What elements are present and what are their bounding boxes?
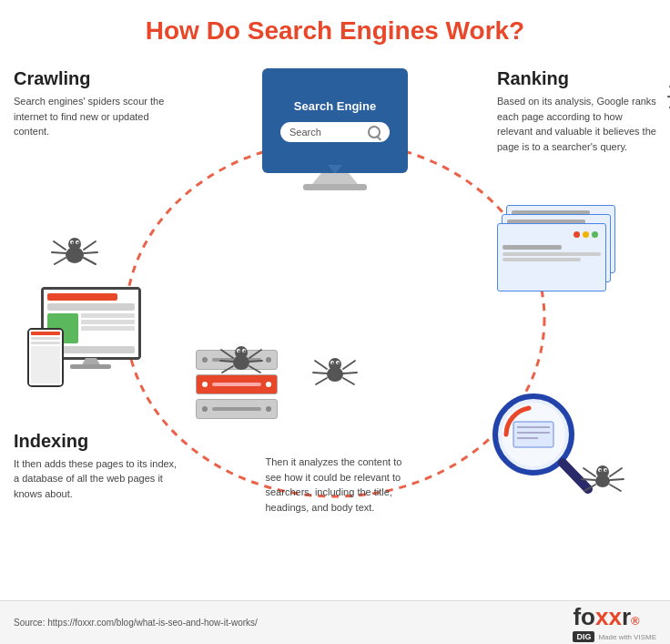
svg-line-35 (249, 361, 262, 362)
svg-line-66 (610, 479, 624, 480)
svg-line-21 (55, 258, 66, 264)
svg-point-60 (600, 470, 602, 472)
spider-top-svg (665, 73, 670, 123)
footer-logo: fo xx r ® DIG Made with VISME (573, 603, 656, 642)
title-highlight: Search Engines (248, 16, 439, 45)
indexing-heading: Indexing (14, 431, 182, 452)
screen-col-lines (81, 313, 135, 343)
page-dots (574, 231, 598, 238)
crawling-section: Crawling Search engines' spiders scour t… (14, 68, 173, 139)
svg-line-32 (220, 361, 233, 362)
spider-right (581, 457, 624, 501)
monitor-container: Search Engine Search (262, 68, 408, 190)
spider-server (218, 338, 264, 383)
page-title: How Do Search Engines Work? (0, 0, 670, 46)
spider-bottom-svg (311, 349, 359, 393)
rack-bar-2 (212, 383, 261, 386)
screen-line-1 (47, 293, 117, 301)
svg-line-62 (584, 468, 595, 476)
svg-line-67 (610, 485, 621, 491)
svg-line-64 (584, 485, 595, 491)
ranking-heading: Ranking (497, 68, 656, 89)
rack-bar-3 (212, 407, 261, 411)
magnifier-illustration (479, 387, 597, 496)
svg-line-36 (249, 366, 260, 373)
svg-point-17 (72, 242, 74, 244)
svg-line-19 (54, 241, 66, 250)
spider-server-svg (218, 338, 264, 379)
svg-line-20 (52, 252, 66, 253)
svg-point-29 (239, 351, 240, 353)
spider-bottom (311, 349, 359, 396)
phone-screen (29, 330, 62, 385)
search-icon (368, 126, 381, 138)
svg-point-41 (332, 363, 334, 364)
page-item-1 (497, 223, 606, 291)
infographic: How Do Search Engines Work? Search Engin… (0, 0, 670, 644)
search-engine-monitor: Search Engine Search (262, 68, 408, 173)
phone-line-1 (31, 332, 60, 335)
logo-container: fo xx r ® DIG Made with VISME (573, 603, 656, 642)
ranking-section: Ranking Based on its analysis, Google ra… (497, 68, 656, 154)
content-area: Search Engine Search (0, 50, 670, 606)
title-prefix: How Do (146, 16, 248, 45)
svg-line-44 (313, 373, 327, 373)
svg-point-30 (244, 351, 246, 353)
svg-line-46 (343, 361, 355, 369)
source-label: Source: (14, 618, 45, 628)
svg-point-42 (338, 363, 340, 364)
svg-point-18 (77, 242, 79, 244)
rack-dot (202, 357, 208, 363)
logo-reg: ® (631, 614, 640, 628)
source-url: https://foxxr.com/blog/what-is-seo-and-h… (47, 618, 258, 628)
svg-line-34 (249, 350, 261, 358)
spider-crawl (50, 228, 100, 277)
svg-line-47 (343, 373, 357, 373)
svg-point-57 (596, 465, 609, 478)
ranking-text: Based on its analysis, Google ranks each… (497, 94, 656, 154)
phone-line-2 (31, 337, 60, 340)
svg-line-24 (84, 258, 96, 264)
device-base (70, 364, 111, 369)
svg-line-22 (84, 241, 96, 250)
magnifier-svg (479, 387, 597, 496)
logo-r: r (622, 603, 631, 631)
mini-line-1 (81, 313, 135, 318)
analysis-text: Then it analyzes the content to see how … (266, 455, 421, 515)
dot-yellow (583, 231, 589, 238)
rack-dot-5 (202, 406, 208, 412)
rack-dot-6 (266, 406, 271, 412)
crawling-heading: Crawling (14, 68, 173, 89)
svg-rect-52 (513, 422, 553, 447)
monitor-base (303, 184, 367, 190)
logo-text-row: fo xx r ® (573, 603, 656, 631)
svg-line-43 (315, 361, 327, 369)
indexing-text: It then adds these pages to its index, a… (14, 456, 182, 502)
svg-line-63 (582, 479, 595, 480)
devices-illustration (23, 282, 150, 392)
svg-line-33 (222, 366, 233, 373)
svg-line-31 (221, 350, 233, 358)
rack-unit-3 (196, 399, 278, 419)
title-suffix: Work? (439, 16, 524, 45)
made-with: Made with VISME (598, 633, 656, 641)
footer-source: Source: https://foxxr.com/blog/what-is-s… (14, 618, 258, 628)
monitor-pointer (328, 165, 342, 174)
mini-line-2 (81, 320, 135, 324)
page-stack (497, 205, 615, 296)
spider-right-svg (581, 457, 624, 497)
svg-line-65 (610, 468, 622, 476)
spider-crawl-svg (50, 228, 100, 273)
logo-fo: fo (573, 603, 595, 631)
device-phone (27, 328, 64, 387)
dot-green (592, 231, 598, 238)
indexing-section: Indexing It then adds these pages to its… (14, 431, 182, 502)
svg-point-61 (605, 470, 607, 472)
dot-red (574, 231, 580, 238)
logo-xx: xx (595, 603, 622, 631)
crawling-text: Search engines' spiders scour the intern… (14, 94, 173, 139)
svg-point-14 (68, 238, 81, 250)
spider-top (665, 73, 670, 127)
monitor-title: Search Engine (294, 99, 376, 113)
logo-dig: DIG (573, 631, 594, 642)
